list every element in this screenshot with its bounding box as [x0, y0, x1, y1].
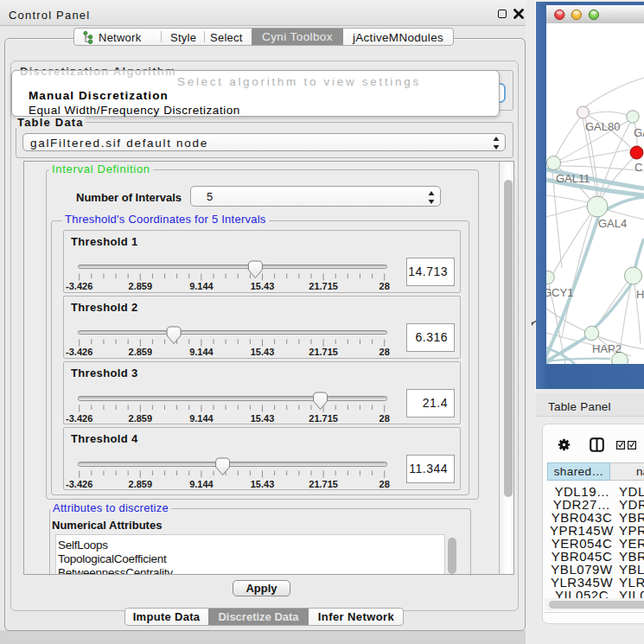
svg-text:GAL4: GAL4	[598, 217, 627, 230]
svg-text:HAP2: HAP2	[592, 342, 622, 355]
svg-text:C: C	[634, 161, 642, 174]
svg-text:H: H	[636, 288, 644, 301]
svg-text:GA: GA	[634, 126, 644, 139]
svg-text:GAL11: GAL11	[556, 172, 590, 185]
svg-text:GCY1: GCY1	[546, 286, 573, 299]
svg-text:GAL80: GAL80	[585, 120, 620, 133]
